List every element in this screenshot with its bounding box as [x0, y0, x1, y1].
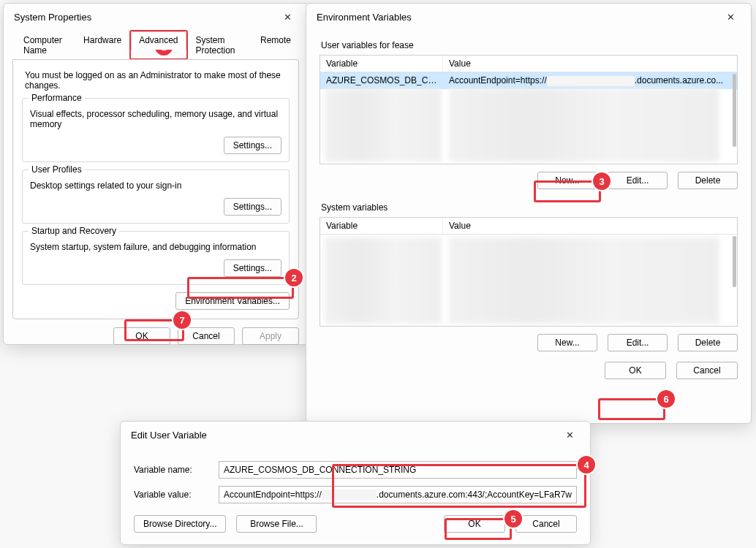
- tab-hardware[interactable]: Hardware: [75, 31, 129, 60]
- editvar-titlebar: Edit User Variable ✕: [121, 422, 590, 446]
- close-icon[interactable]: ✕: [717, 8, 744, 26]
- tab-remote[interactable]: Remote: [252, 31, 299, 60]
- performance-group: Performance Visual effects, processor sc…: [22, 98, 290, 162]
- sysprop-intro-text: You must be logged on as an Administrato…: [25, 70, 290, 91]
- close-icon[interactable]: ✕: [556, 426, 583, 444]
- envvar-title: Environment Variables: [317, 12, 717, 23]
- envvar-ok-button[interactable]: OK: [605, 362, 666, 379]
- browse-directory-button[interactable]: Browse Directory...: [134, 515, 226, 533]
- tab-system-protection[interactable]: System Protection: [188, 31, 252, 60]
- system-edit-button[interactable]: Edit...: [608, 334, 668, 351]
- editvar-ok-button[interactable]: OK: [444, 515, 505, 533]
- tab-advanced[interactable]: Advanced: [131, 31, 186, 50]
- scrollbar-thumb[interactable]: [733, 74, 736, 147]
- cell-variable: AZURE_COSMOS_DB_CONN...: [320, 74, 443, 88]
- sysprop-apply-button[interactable]: Apply: [242, 327, 299, 345]
- sysprop-ok-button[interactable]: OK: [113, 327, 170, 345]
- system-properties-window: System Properties ✕ Computer Name Hardwa…: [3, 3, 309, 345]
- startup-desc: System startup, system failure, and debu…: [30, 242, 281, 252]
- editvar-title: Edit User Variable: [131, 430, 556, 441]
- cell-value: AccountEndpoint=https://.documents.azure…: [443, 74, 737, 88]
- environment-variables-window: Environment Variables ✕ User variables f…: [306, 3, 752, 424]
- performance-settings-button[interactable]: Settings...: [224, 137, 281, 154]
- system-grid-header: Variable Value: [320, 218, 737, 235]
- col-variable[interactable]: Variable: [320, 56, 443, 72]
- user-profiles-group: User Profiles Desktop settings related t…: [22, 170, 290, 224]
- user-profiles-legend: User Profiles: [29, 164, 85, 175]
- user-profiles-settings-button[interactable]: Settings...: [224, 198, 281, 216]
- sysprop-bottom-buttons: OK Cancel Apply: [4, 324, 308, 354]
- system-delete-button[interactable]: Delete: [678, 334, 738, 351]
- col-value[interactable]: Value: [443, 56, 737, 72]
- sysprop-title: System Properties: [14, 12, 274, 23]
- environment-variables-button[interactable]: Environment Variables...: [175, 292, 290, 310]
- variable-name-label: Variable name:: [134, 465, 219, 475]
- edit-user-variable-dialog: Edit User Variable ✕ Variable name: Vari…: [120, 421, 591, 545]
- user-new-button[interactable]: New...: [537, 172, 597, 189]
- sysprop-advanced-pane: You must be logged on as an Administrato…: [12, 59, 299, 319]
- tab-advanced-highlight: Advanced: [129, 30, 187, 60]
- variable-name-input[interactable]: [219, 461, 577, 479]
- sysprop-cancel-button[interactable]: Cancel: [178, 327, 235, 345]
- system-variables-label: System variables: [321, 202, 738, 213]
- table-row[interactable]: AZURE_COSMOS_DB_CONN... AccountEndpoint=…: [320, 72, 737, 89]
- envvar-titlebar: Environment Variables ✕: [306, 4, 751, 28]
- variable-value-input[interactable]: AccountEndpoint=https:// .documents.azur…: [219, 486, 577, 503]
- sysprop-titlebar: System Properties ✕: [4, 4, 308, 28]
- col-value[interactable]: Value: [443, 218, 737, 234]
- user-profiles-desc: Desktop settings related to your sign-in: [30, 180, 281, 191]
- user-grid-header: Variable Value: [320, 56, 737, 72]
- startup-settings-button[interactable]: Settings...: [224, 259, 281, 277]
- variable-value-label: Variable value:: [134, 490, 219, 500]
- sysprop-tabs: Computer Name Hardware Advanced System P…: [4, 28, 308, 60]
- user-edit-button[interactable]: Edit...: [608, 172, 668, 189]
- close-icon[interactable]: ✕: [274, 8, 300, 26]
- envvar-cancel-button[interactable]: Cancel: [676, 362, 738, 379]
- user-variables-grid[interactable]: Variable Value AZURE_COSMOS_DB_CONN... A…: [320, 55, 738, 164]
- browse-file-button[interactable]: Browse File...: [236, 515, 317, 533]
- startup-recovery-group: Startup and Recovery System startup, sys…: [22, 231, 290, 285]
- editvar-cancel-button[interactable]: Cancel: [515, 515, 577, 533]
- startup-legend: Startup and Recovery: [29, 226, 119, 236]
- performance-legend: Performance: [29, 93, 85, 103]
- scrollbar-thumb[interactable]: [733, 236, 736, 287]
- user-variables-label: User variables for fease: [321, 40, 738, 50]
- user-delete-button[interactable]: Delete: [678, 172, 738, 189]
- system-variables-grid[interactable]: Variable Value: [320, 217, 738, 327]
- system-new-button[interactable]: New...: [537, 334, 597, 351]
- col-variable[interactable]: Variable: [320, 218, 443, 234]
- performance-desc: Visual effects, processor scheduling, me…: [30, 109, 281, 129]
- tab-computer-name[interactable]: Computer Name: [15, 31, 75, 60]
